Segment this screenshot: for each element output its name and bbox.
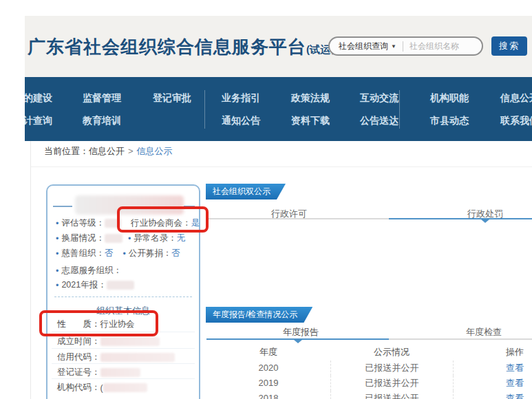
highlight-box-industry-assoc: [117, 206, 209, 233]
row-org-code: 机构代码： (: [57, 382, 193, 393]
bullet-icon: •: [128, 234, 131, 244]
bullet-icon: •: [56, 249, 58, 259]
row-credit-code: 信用代码：: [57, 352, 193, 363]
search-placeholder[interactable]: 社会组织名称: [409, 41, 459, 52]
orgcode-label: 机构代码：: [57, 382, 100, 393]
reelect-value-redacted: [105, 234, 123, 243]
nav-item-tongzhigonggao[interactable]: 通知公告: [222, 115, 260, 127]
nav-item-lianxiwomen[interactable]: 联系我们: [500, 115, 532, 127]
site-title-text: 广东省社会组织综合信息服务平台: [28, 36, 306, 57]
annual-report-table: 年度 公示情况 操作 2020 已报送并公开 查看 2019 已报送并公开 查看…: [206, 344, 532, 399]
bullet-icon: •: [56, 234, 58, 244]
tab-annual-inspection[interactable]: 年度检查: [466, 326, 502, 338]
assess-label: 评估等级：: [61, 217, 105, 229]
tab-annual-report[interactable]: 年度报告: [283, 326, 319, 338]
nav-divider: [399, 90, 400, 129]
founded-label: 成立时间：: [57, 336, 100, 347]
nav-item-dengjishenpi[interactable]: 登记审批: [153, 92, 191, 105]
nav-item-yewuzhiyin[interactable]: 业务指引: [222, 92, 260, 105]
row-charity: • 慈善组织： 否 • 公开募捐： 否: [56, 248, 180, 259]
site-title: 广东省社会组织综合信息服务平台(试运行): [28, 35, 344, 59]
tab-underline-inactive: [389, 338, 532, 340]
bullet-icon: •: [56, 266, 58, 276]
view-link[interactable]: 查看: [506, 363, 524, 373]
info-row-separator: [52, 363, 195, 364]
caret-down-icon[interactable]: ▼: [391, 43, 396, 50]
nav-item-hudongjiaoliu[interactable]: 互动交流: [360, 92, 398, 105]
bullet-icon: •: [56, 219, 58, 228]
cell-status: 已报送并公开: [330, 360, 453, 376]
cell-year: 2018: [206, 391, 330, 399]
volunteer-label: 志愿服务组织：: [61, 265, 122, 277]
title-dash-left: [53, 206, 72, 207]
view-link[interactable]: 查看: [506, 378, 524, 388]
header-status: 公示情况: [330, 344, 453, 360]
table-row: 2018 已报送并公开 查看: [206, 391, 532, 399]
active-tab-caret-icon: [294, 340, 302, 343]
nav-item-zhengcefagui[interactable]: 政策法规: [291, 92, 330, 105]
header-action: 操作: [453, 344, 532, 360]
charity-value: 否: [105, 248, 114, 259]
nav-item-ziliaoxiazai[interactable]: 资料下载: [291, 115, 330, 127]
search-divider: [403, 41, 403, 52]
header-year: 年度: [206, 344, 330, 360]
bullet-icon: •: [56, 281, 58, 290]
cell-status: 已报送并公开: [330, 376, 453, 391]
bullet-icon: •: [123, 249, 125, 259]
nav-item-dangjianshe[interactable]: 的建设: [25, 92, 52, 105]
breadcrumb: 当前位置：信息公开>信息公示: [44, 145, 173, 158]
fundraising-value: 否: [171, 248, 180, 259]
table-row: 2020 已报送并公开 查看: [206, 360, 532, 376]
info-row-separator: [52, 378, 195, 379]
breadcrumb-link-xinxigongkai[interactable]: 信息公开: [89, 146, 125, 156]
breadcrumb-divider-line: [31, 166, 532, 167]
charity-label: 慈善组织：: [61, 248, 105, 259]
content-left-border: [30, 141, 31, 399]
fundraising-label: 公开募捐：: [129, 248, 172, 259]
nav-item-tongjichaxun[interactable]: 计查询: [25, 115, 52, 127]
row-reelection: • 换届情况： • 异常名录： 无: [56, 233, 185, 244]
abnormal-label: 异常名录：: [134, 233, 177, 244]
row-founded: 成立时间：: [57, 336, 193, 347]
orgcode-value-redacted: [103, 383, 147, 392]
search-input[interactable]: 社会组织查询 ▼ 社会组织名称: [328, 36, 483, 56]
tab-underline-active: [389, 218, 532, 219]
annual-value-redacted: [107, 281, 134, 290]
nav-item-gonggaosongda[interactable]: 公告送达: [360, 115, 398, 127]
abnormal-value: 无: [177, 233, 186, 244]
breadcrumb-current[interactable]: 信息公示: [137, 146, 173, 156]
founded-value-redacted: [100, 337, 160, 346]
dashed-divider: [54, 296, 192, 297]
cell-status: 已报送并公开: [330, 391, 453, 399]
annual-label: 2021年报：: [61, 279, 106, 291]
nav-item-jianduguanli[interactable]: 监督管理: [83, 92, 121, 105]
nav-item-xinxigongkai[interactable]: 信息公开: [500, 92, 532, 105]
row-reg-number: 登记证号：: [57, 367, 193, 378]
reelect-label: 换届情况：: [61, 233, 105, 244]
highlight-box-nature: [39, 310, 158, 336]
search-category-select[interactable]: 社会组织查询: [339, 41, 388, 52]
nav-item-shixiandongtai[interactable]: 市县动态: [430, 115, 469, 127]
regno-label: 登记证号：: [57, 367, 100, 378]
breadcrumb-prefix: 当前位置：: [44, 146, 89, 156]
annual-report-banner: 年度报告/检查情况公示: [206, 307, 312, 323]
main-nav: 的建设 计查询 监督管理 教育培训 登记审批 业务指引 通知公告 政策法规 资料…: [25, 77, 532, 141]
table-row: 2019 已报送并公开 查看: [206, 376, 532, 391]
table-header-row: 年度 公示情况 操作: [206, 344, 532, 360]
tab-underline-inactive: [206, 218, 389, 219]
view-link[interactable]: 查看: [506, 393, 524, 399]
credit-label: 信用代码：: [57, 352, 100, 363]
nav-item-jiaoyupeixun[interactable]: 教育培训: [83, 115, 121, 127]
row-annual-2021: • 2021年报：: [56, 279, 134, 291]
breadcrumb-separator: >: [128, 146, 134, 156]
active-tab-caret-icon: [481, 219, 489, 223]
credit-value-redacted: [100, 353, 175, 362]
row-volunteer: • 志愿服务组织：: [56, 265, 122, 277]
nav-divider: [204, 90, 205, 129]
nav-item-jigouzhineng[interactable]: 机构职能: [430, 92, 469, 105]
search-button[interactable]: 搜索: [491, 36, 527, 56]
cell-year: 2019: [206, 376, 330, 391]
regno-value-redacted: [100, 368, 140, 377]
dual-publicity-banner: 社会组织双公示: [206, 184, 286, 200]
info-row-separator: [52, 348, 195, 349]
